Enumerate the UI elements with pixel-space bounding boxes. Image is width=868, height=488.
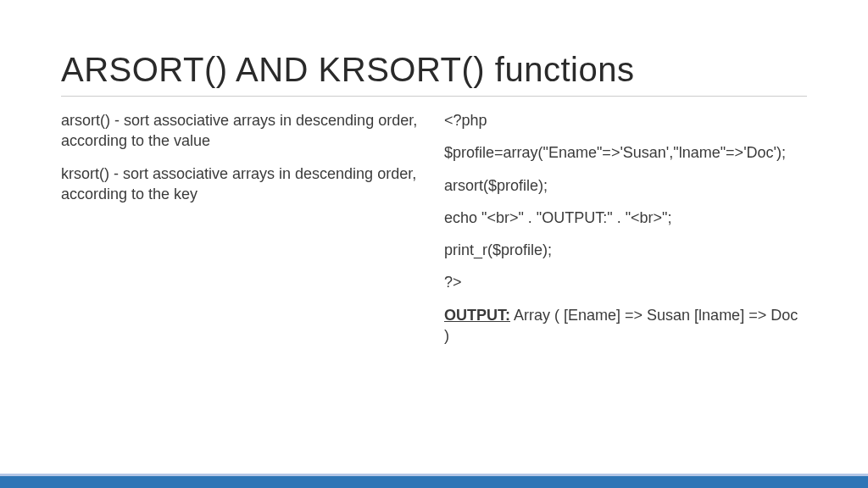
right-column: <?php $profile=array("Ename"=>'Susan',"l…	[444, 110, 807, 358]
output-line: OUTPUT: Array ( [Ename] => Susan [lname]…	[444, 305, 807, 347]
code-line-4: echo "<br>" . "OUTPUT:" . "<br>";	[444, 208, 807, 228]
code-line-6: ?>	[444, 272, 807, 292]
code-line-2: $profile=array("Ename"=>'Susan',"lname"=…	[444, 142, 807, 163]
slide-title: ARSORT() AND KRSORT() functions	[61, 51, 807, 97]
footer-accent-bar	[0, 476, 868, 488]
arsort-description: arsort() - sort associative arrays in de…	[61, 110, 424, 152]
code-line-1: <?php	[444, 110, 807, 130]
output-label: OUTPUT:	[444, 307, 510, 324]
code-line-5: print_r($profile);	[444, 240, 807, 260]
left-column: arsort() - sort associative arrays in de…	[61, 110, 424, 358]
content-columns: arsort() - sort associative arrays in de…	[61, 110, 807, 358]
code-line-3: arsort($profile);	[444, 175, 807, 196]
krsort-description: krsort() - sort associative arrays in de…	[61, 164, 424, 205]
slide-container: ARSORT() AND KRSORT() functions arsort()…	[0, 0, 868, 374]
